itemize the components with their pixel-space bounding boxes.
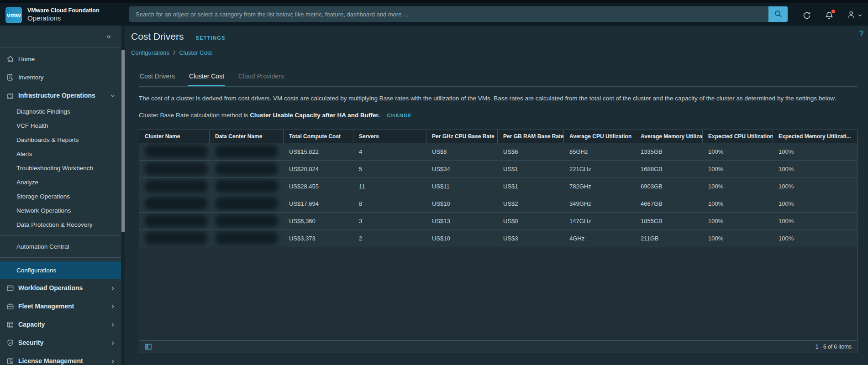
chevron-right-icon <box>110 303 116 309</box>
sidebar-scrollbar <box>121 26 125 365</box>
sidebar-item-network-operations[interactable]: Network Operations <box>0 203 121 218</box>
search-button[interactable] <box>768 6 788 22</box>
sidebar-collapse-button[interactable]: « <box>0 26 121 47</box>
brand[interactable]: vmw VMware Cloud Foundation Operations <box>5 7 100 23</box>
sidebar-item-vcf-health[interactable]: VCF Health <box>0 119 121 133</box>
column-picker-icon[interactable] <box>145 343 152 350</box>
column-header-per-gb-ram-base-rate[interactable]: Per GB RAM Base Rate <box>498 130 564 143</box>
sidebar-item-label: Configurations <box>16 267 116 274</box>
sidebar-item-label: Security <box>18 339 110 346</box>
settings-link[interactable]: SETTINGS <box>196 35 226 41</box>
cell-expected-memory-utilizati: 100% <box>773 178 857 195</box>
sidebar-item-label: Automation Central <box>16 243 116 250</box>
sidebar-item-troubleshooting-workbench[interactable]: Troubleshooting Workbench <box>0 161 121 175</box>
table-header-row: Cluster NameData Center NameTotal Comput… <box>139 130 857 143</box>
column-header-expected-memory-utilizati[interactable]: Expected Memory Utilizati... <box>773 130 857 143</box>
sidebar-scrollbar-thumb[interactable] <box>121 50 125 232</box>
table-footer: 1 - 6 of 6 items <box>139 340 857 353</box>
sidebar-item-infrastructure-operations[interactable]: Infrastructure Operations <box>0 86 121 104</box>
breadcrumb-cluster-cost[interactable]: Cluster Cost <box>179 49 212 56</box>
cell-expected-cpu-utilization: 100% <box>703 161 773 177</box>
tab-cluster-cost[interactable]: Cluster Cost <box>188 70 225 86</box>
sidebar-item-diagnostic-findings[interactable]: Diagnostic Findings <box>0 104 121 119</box>
user-menu[interactable] <box>847 10 863 21</box>
change-link[interactable]: CHANGE <box>387 113 412 118</box>
sidebar-item-security[interactable]: Security <box>0 334 121 352</box>
cell-per-gb-ram-base-rate: US$6 <box>498 143 564 160</box>
help-icon[interactable]: ? <box>859 29 863 38</box>
sidebar-item-capacity[interactable]: Capacity <box>0 315 121 334</box>
sidebar-item-fleet-management[interactable]: Fleet Management <box>0 297 121 315</box>
sidebar-item-analyze[interactable]: Analyze <box>0 175 121 189</box>
table-row[interactable]: US$6,3603US$13US$0147GHz1855GB100%100% <box>139 213 857 230</box>
description-text: The cost of a cluster is derived from co… <box>139 94 857 104</box>
sidebar-item-configurations[interactable]: Configurations <box>0 261 121 279</box>
sidebar-item-storage-operations[interactable]: Storage Operations <box>0 189 121 203</box>
sidebar-item-label: Dashboards & Reports <box>16 136 116 143</box>
cell-average-memory-utilization: 4667GB <box>635 195 703 212</box>
redacted-data-center-name <box>215 197 278 210</box>
cell-servers: 11 <box>353 178 426 195</box>
sidebar-item-label: Diagnostic Findings <box>16 108 116 115</box>
column-header-expected-cpu-utilization[interactable]: Expected CPU Utilization <box>703 130 773 143</box>
sidebar-item-label: Storage Operations <box>16 193 116 200</box>
global-search <box>129 6 788 22</box>
cell-expected-cpu-utilization: 100% <box>703 195 773 212</box>
sidebar-item-dashboards-reports[interactable]: Dashboards & Reports <box>0 133 121 147</box>
sidebar-nav: HomeInventoryInfrastructure OperationsDi… <box>0 48 121 365</box>
sidebar-item-workload-operations[interactable]: Workload Operations <box>0 279 121 297</box>
cell-expected-memory-utilizati: 100% <box>773 143 857 160</box>
cell-average-cpu-utilization: 147GHz <box>564 213 635 229</box>
column-header-per-ghz-cpu-base-rate[interactable]: Per GHz CPU Base Rate <box>426 130 498 143</box>
redacted-data-center-name <box>215 180 278 193</box>
search-input[interactable] <box>129 6 768 22</box>
security-icon <box>6 339 14 347</box>
bell-icon[interactable] <box>824 10 834 21</box>
workload-icon <box>6 284 14 292</box>
sidebar-item-label: Alerts <box>16 151 116 157</box>
product-name: VMware Cloud Foundation <box>27 7 100 15</box>
column-header-cluster-name[interactable]: Cluster Name <box>139 130 210 143</box>
cell-servers: 2 <box>353 230 426 247</box>
cell-total-compute-cost: US$3,373 <box>284 230 353 247</box>
cell-expected-memory-utilizati: 100% <box>773 195 857 212</box>
cell-expected-memory-utilizati: 100% <box>773 230 857 247</box>
column-header-total-compute-cost[interactable]: Total Compute Cost <box>284 130 353 143</box>
sidebar-item-data-protection-recovery[interactable]: Data Protection & Recovery <box>0 218 121 232</box>
tab-cost-drivers[interactable]: Cost Drivers <box>139 70 176 86</box>
pagination-items-label: 1 - 6 of 6 items <box>815 344 852 350</box>
sidebar-item-label: Troubleshooting Workbench <box>16 165 116 172</box>
tab-cloud-providers[interactable]: Cloud Providers <box>237 70 285 86</box>
table-row[interactable]: US$17,6948US$10US$2349GHz4667GB100%100% <box>139 195 857 213</box>
table-row[interactable]: US$20,8245US$34US$1221GHz1688GB100%100% <box>139 161 857 178</box>
refresh-icon[interactable] <box>802 10 812 21</box>
sidebar-item-label: Fleet Management <box>18 302 110 310</box>
cell-per-gb-ram-base-rate: US$3 <box>498 230 564 247</box>
column-header-servers[interactable]: Servers <box>353 130 426 143</box>
chevron-down-icon <box>857 11 863 20</box>
sidebar-item-home[interactable]: Home <box>0 50 121 68</box>
column-header-data-center-name[interactable]: Data Center Name <box>210 130 284 143</box>
cell-data-center-name <box>210 143 284 160</box>
sidebar-item-label: VCF Health <box>16 122 116 129</box>
cell-average-memory-utilization: 6903GB <box>635 178 703 195</box>
redacted-data-center-name <box>215 214 278 227</box>
column-header-average-cpu-utilization[interactable]: Average CPU Utilization <box>564 130 635 143</box>
table-row[interactable]: US$3,3732US$10US$34GHz211GB100%100% <box>139 230 857 247</box>
cell-cluster-name <box>139 143 210 160</box>
main-content: Cost Drivers SETTINGS ? Configurations /… <box>125 26 868 365</box>
user-icon <box>847 10 856 21</box>
sidebar-item-automation-central[interactable]: Automation Central <box>0 240 121 254</box>
breadcrumb-configurations[interactable]: Configurations <box>131 49 169 56</box>
redacted-data-center-name <box>215 162 278 175</box>
sidebar-item-license-management[interactable]: License Management <box>0 352 121 365</box>
cell-per-ghz-cpu-base-rate: US$11 <box>426 178 498 195</box>
cell-average-memory-utilization: 1855GB <box>635 213 703 229</box>
inventory-icon <box>6 73 14 81</box>
table-row[interactable]: US$15,8224US$8US$685GHz1335GB100%100% <box>139 143 857 161</box>
sidebar-item-alerts[interactable]: Alerts <box>0 147 121 161</box>
cell-cluster-name <box>139 195 210 212</box>
sidebar-item-inventory[interactable]: Inventory <box>0 68 121 86</box>
column-header-average-memory-utilization[interactable]: Average Memory Utilization <box>635 130 703 143</box>
table-row[interactable]: US$28,45511US$11US$1782GHz6903GB100%100% <box>139 178 857 195</box>
